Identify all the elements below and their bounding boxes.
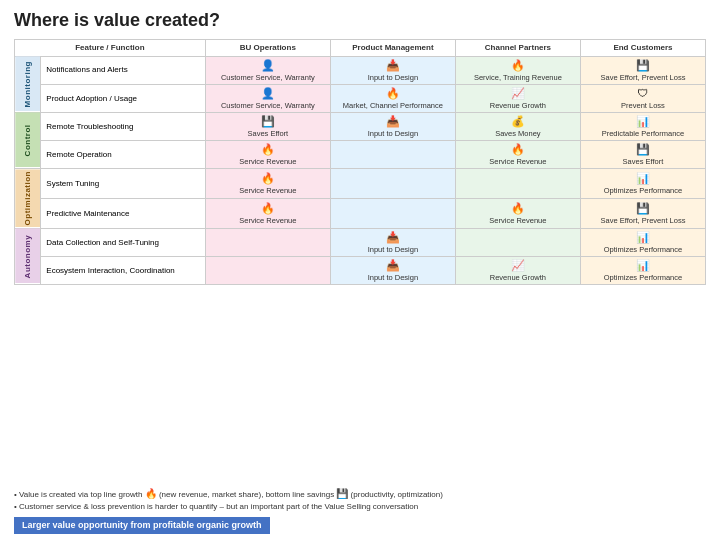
cell-bu: 💾Saves Effort xyxy=(205,112,330,140)
cell-ec: 🛡Prevent Loss xyxy=(580,84,705,112)
cell-pm xyxy=(330,199,455,229)
feature-name: Data Collection and Self-Tuning xyxy=(41,228,206,256)
cell-ec: 💾Save Effort, Prevent Loss xyxy=(580,199,705,229)
feature-name: Remote Operation xyxy=(41,141,206,169)
footer-note2-text: Customer service & loss prevention is ha… xyxy=(19,502,418,511)
cell-cp: 📈Revenue Growth xyxy=(455,84,580,112)
cell-ec: 💾Saves Effort xyxy=(580,141,705,169)
cell-pm xyxy=(330,169,455,199)
footer-highlight: Larger value opportunity from profitable… xyxy=(14,517,270,535)
cat-optimization: Optimization xyxy=(15,169,41,228)
page-title: Where is value created? xyxy=(14,10,706,31)
cell-ec: 📊Predictable Performance xyxy=(580,112,705,140)
cell-cp: 🔥Service, Training Revenue xyxy=(455,56,580,84)
footer: • Value is created via top line growth 🔥… xyxy=(14,486,706,535)
feature-name: Remote Troubleshooting xyxy=(41,112,206,140)
table-row: Remote Operation🔥Service Revenue🔥Service… xyxy=(15,141,706,169)
footer-note2: • Customer service & loss prevention is … xyxy=(14,501,706,513)
cell-pm: 📥Input to Design xyxy=(330,56,455,84)
col-bu-header: BU Operations xyxy=(205,40,330,57)
feature-name: Ecosystem Interaction, Coordination xyxy=(41,256,206,284)
cell-cp: 📈Revenue Growth xyxy=(455,256,580,284)
cell-ec: 📊Optimizes Performance xyxy=(580,256,705,284)
cell-ec: 📊Optimizes Performance xyxy=(580,228,705,256)
cell-pm: 📥Input to Design xyxy=(330,256,455,284)
cell-bu: 🔥Service Revenue xyxy=(205,199,330,229)
cell-bu: 🔥Service Revenue xyxy=(205,141,330,169)
table-row: ControlRemote Troubleshooting💾Saves Effo… xyxy=(15,112,706,140)
table-wrap: Feature / Function BU Operations Product… xyxy=(14,39,706,480)
footer-note1: • Value is created via top line growth 🔥… xyxy=(14,486,706,501)
table-row: AutonomyData Collection and Self-Tuning📥… xyxy=(15,228,706,256)
feature-name: Notifications and Alerts xyxy=(41,56,206,84)
cell-bu: 👤Customer Service, Warranty xyxy=(205,56,330,84)
cp-label: Channel Partners xyxy=(485,43,551,52)
cell-pm: 📥Input to Design xyxy=(330,112,455,140)
bu-label: BU Operations xyxy=(240,43,296,52)
feature-name: Predictive Maintenance xyxy=(41,199,206,229)
cat-control: Control xyxy=(15,112,41,168)
cell-bu xyxy=(205,228,330,256)
col-cp-header: Channel Partners xyxy=(455,40,580,57)
feature-name: Product Adoption / Usage xyxy=(41,84,206,112)
cell-cp: 🔥Service Revenue xyxy=(455,199,580,229)
cat-autonomy: Autonomy xyxy=(15,228,41,284)
col-pm-header: Product Management xyxy=(330,40,455,57)
cell-cp: 💰Saves Money xyxy=(455,112,580,140)
cell-cp xyxy=(455,169,580,199)
cell-bu: 👤Customer Service, Warranty xyxy=(205,84,330,112)
cat-monitoring: Monitoring xyxy=(15,56,41,112)
table-row: Predictive Maintenance🔥Service Revenue🔥S… xyxy=(15,199,706,229)
cell-cp xyxy=(455,228,580,256)
table-row: MonitoringNotifications and Alerts👤Custo… xyxy=(15,56,706,84)
cell-pm: 📥Input to Design xyxy=(330,228,455,256)
table-row: Product Adoption / Usage👤Customer Servic… xyxy=(15,84,706,112)
cell-ec: 💾Save Effort, Prevent Loss xyxy=(580,56,705,84)
cell-pm xyxy=(330,141,455,169)
table-header: Feature / Function BU Operations Product… xyxy=(15,40,706,57)
col-ec-header: End Customers xyxy=(580,40,705,57)
cell-ec: 📊Optimizes Performance xyxy=(580,169,705,199)
page: Where is value created? Feature / Functi… xyxy=(0,0,720,540)
col-feature-header: Feature / Function xyxy=(15,40,206,57)
cell-bu: 🔥Service Revenue xyxy=(205,169,330,199)
ec-label: End Customers xyxy=(613,43,672,52)
pm-label: Product Management xyxy=(352,43,433,52)
cell-bu xyxy=(205,256,330,284)
footer-note1-text: Value is created via top line growth 🔥 (… xyxy=(19,490,443,499)
value-table: Feature / Function BU Operations Product… xyxy=(14,39,706,285)
cell-pm: 🔥Market, Channel Performance xyxy=(330,84,455,112)
table-row: Ecosystem Interaction, Coordination📥Inpu… xyxy=(15,256,706,284)
cell-cp: 🔥Service Revenue xyxy=(455,141,580,169)
table-row: OptimizationSystem Tuning🔥Service Revenu… xyxy=(15,169,706,199)
feature-name: System Tuning xyxy=(41,169,206,199)
